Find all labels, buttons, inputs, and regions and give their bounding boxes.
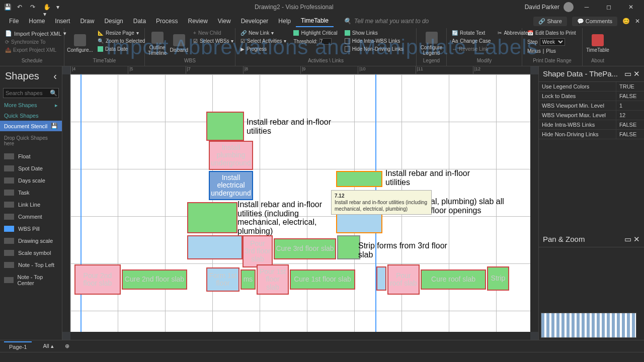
task-block[interactable]: Cure roof slab [421,269,486,290]
redo-icon[interactable]: ↷ [30,4,37,11]
show-links-toggle[interactable]: Show Links [343,29,406,37]
task-block[interactable]: Form 1st floor [206,267,239,292]
maximize-icon[interactable]: ◻ [600,0,618,14]
tab-design[interactable]: Design [99,16,128,27]
canvas[interactable]: |4|5|7|8|9|10|11|12 Install rebar and in… [62,66,538,340]
prop-row[interactable]: Use Legend ColorsTRUE [539,82,644,92]
task-block[interactable]: Cure 2nd floor slab [122,269,187,290]
touch-icon[interactable]: ✋▾ [43,4,50,11]
panel-close-icon[interactable]: ✕ [633,235,640,243]
minimize-icon[interactable]: ─ [578,0,596,14]
timetable-about-button[interactable]: TimeTable [586,29,610,58]
shape-float[interactable]: Float [0,150,62,162]
shape-days-scale[interactable]: Days scale [0,174,62,187]
collapse-shapes-icon[interactable]: ‹ [53,70,57,82]
resize-page-button[interactable]: 📐 Resize Page ▾ [96,29,147,37]
hide-nondriving-toggle[interactable]: Hide Non-Driving Links [343,45,406,53]
task-block[interactable]: Pour 1st floor slab [257,264,289,295]
tab-help[interactable]: Help [273,16,296,27]
task-block[interactable]: Install plumbing underground [209,141,253,170]
qat-more-icon[interactable]: ▾ [56,4,63,11]
share-button[interactable]: 🔗 Share [533,17,567,26]
shape-drawing-scale[interactable]: Drawing scale [0,235,62,247]
tell-me-search[interactable]: 🔍 Tell me what you want to do [344,18,429,25]
shape-spot-date[interactable]: Spot Date [0,162,62,174]
comments-button[interactable]: 💬 Comments [572,17,617,26]
edit-dates-button[interactable]: 📅 Edit Dates to Print [525,29,578,37]
close-icon[interactable]: ✕ [622,0,640,14]
tab-file[interactable]: File [4,16,24,27]
prop-row[interactable]: WBS Viewport Max. Level12 [539,111,644,120]
export-xml-button[interactable]: 📤 Export Project XML [3,46,68,54]
prop-row[interactable]: WBS Viewport Min. Level1 [539,101,644,111]
data-date-button[interactable]: Data Date [96,45,147,53]
search-icon[interactable]: 🔍 [50,89,57,97]
task-block[interactable]: Strip [487,266,509,291]
shape-comment[interactable]: Comment [0,211,62,223]
change-case-button[interactable]: Aa Change Case [450,37,493,45]
more-shapes-button[interactable]: More Shapes▸ [0,100,62,111]
tab-data[interactable]: Data [128,16,151,27]
panel-pop-icon[interactable]: ▭ [624,69,631,78]
prop-row[interactable]: Lock to DatesFALSE [539,92,644,101]
tab-insert[interactable]: Insert [50,16,75,27]
drop-area[interactable]: Drop Quick Shapes here [0,131,62,150]
task-block[interactable]: Cure 1st floor slab [290,269,355,290]
task-block[interactable]: Install electrical underground [209,171,253,200]
tab-process[interactable]: Process [151,16,183,27]
shape-wbs-pill[interactable]: WBS Pill [0,223,62,235]
tab-timetable[interactable]: TimeTable [296,15,334,27]
shape-scale-symbol[interactable]: Scale symbol [0,247,62,259]
panel-pop-icon[interactable]: ▭ [624,235,631,243]
emoji-feedback-icon[interactable]: 😊 [622,18,630,25]
minus-button[interactable]: Minus [527,48,541,54]
plus-button[interactable]: Plus [546,48,555,54]
new-child-button[interactable]: + New Child [191,29,235,37]
task-block[interactable] [206,112,244,141]
panel-close-icon[interactable]: ✕ [633,69,640,78]
shape-task[interactable]: Task [0,187,62,199]
new-link-button[interactable]: 🔗 New Link ▾ [238,29,288,37]
task-block[interactable] [187,235,243,259]
task-block[interactable]: Pour 3rd floor slab [243,235,273,267]
user-name[interactable]: David Parker [525,4,559,11]
task-block[interactable]: Pour 2nd floor slab [74,264,121,295]
tab-draw[interactable]: Draw [75,16,99,27]
task-block[interactable]: ms [240,269,256,290]
prop-row[interactable]: Hide Intra-WBS LinksFALSE [539,120,644,130]
shape-note-top-center[interactable]: Note - Top Center [0,271,62,289]
tab-review[interactable]: Review [183,16,212,27]
scrollbar-horizontal[interactable] [70,332,530,340]
panzoom-thumbnail[interactable] [541,313,636,338]
hide-intra-toggle[interactable]: Hide Intra-WBS Links [343,37,406,45]
configure-legend-button[interactable]: Configure Legend [420,29,443,58]
quick-shapes-button[interactable]: Quick Shapes [0,111,62,121]
save-icon[interactable]: 💾 [4,4,11,11]
task-block[interactable] [376,266,386,291]
avatar[interactable] [564,2,574,12]
undo-icon[interactable]: ↶ [17,4,24,11]
scrollbar-vertical[interactable] [530,74,538,332]
select-wbs-button[interactable]: ☑ Select WBSs ▾ [191,37,235,45]
task-block[interactable] [336,171,382,187]
configure-button[interactable]: Configure... [67,29,93,58]
ribbon-close-icon[interactable]: ✕ [635,18,640,25]
rotate-text-button[interactable]: 🔄 Rotate Text [450,29,493,37]
all-tab[interactable]: All ▴ [38,341,58,351]
select-activities-button[interactable]: ☑ Select Activities ▾ [238,37,288,45]
import-xml-button[interactable]: 📄 Import Project XML ▾ [3,29,68,38]
highlight-critical-toggle[interactable]: Highlight Critical [291,29,339,37]
task-block[interactable] [337,235,360,259]
document-stencil-tab[interactable]: Document Stencil💾 [0,121,62,131]
task-block[interactable]: Cure 3rd floor slab [274,238,336,259]
zoom-selected-button[interactable]: 🔍 Zoom to Selected [96,37,147,45]
reverse-link-button[interactable]: ↔ Reverse Link [450,45,493,53]
step-field[interactable]: Step Week [525,37,578,47]
progress-button[interactable]: ▶ Progress [238,45,288,53]
page-tab[interactable]: Page-1 [4,341,32,351]
outline-timeline-button[interactable]: Outline Timeline [148,29,167,58]
add-page-icon[interactable]: ⊕ [65,343,69,349]
task-block[interactable] [187,202,237,233]
task-block[interactable]: Pour roof slab [387,264,420,295]
shape-note-top-left[interactable]: Note - Top Left [0,259,62,271]
